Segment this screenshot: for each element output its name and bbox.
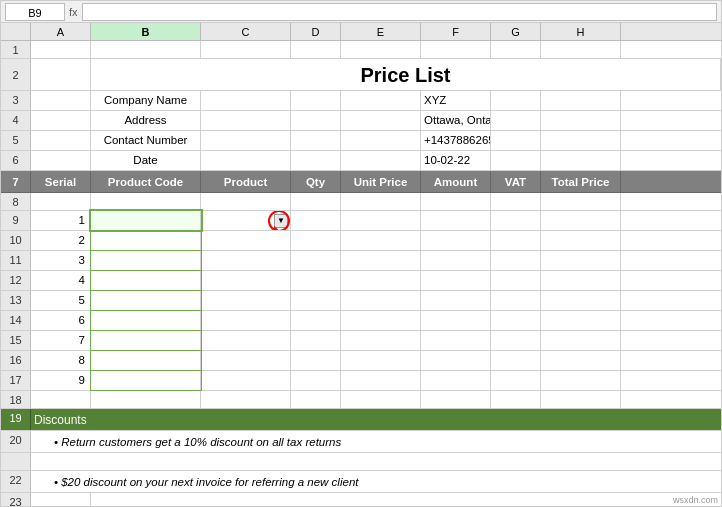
- dropdown-button[interactable]: ▼: [274, 214, 288, 228]
- cell-c18[interactable]: [201, 391, 291, 408]
- cell-h10[interactable]: [541, 231, 621, 250]
- cell-b9-product-code[interactable]: [91, 211, 201, 230]
- col-header-c[interactable]: C: [201, 23, 291, 40]
- cell-g15[interactable]: [491, 331, 541, 350]
- cell-d17[interactable]: [291, 371, 341, 390]
- cell-d8[interactable]: [291, 193, 341, 210]
- cell-c9-product[interactable]: ▼: [201, 211, 291, 230]
- cell-c5[interactable]: [201, 131, 291, 150]
- cell-e10[interactable]: [341, 231, 421, 250]
- cell-c1[interactable]: [201, 41, 291, 58]
- cell-d9[interactable]: [291, 211, 341, 230]
- cell-f1[interactable]: [421, 41, 491, 58]
- cell-g14[interactable]: [491, 311, 541, 330]
- cell-h8[interactable]: [541, 193, 621, 210]
- cell-g18[interactable]: [491, 391, 541, 408]
- cell-a17-serial[interactable]: 9: [31, 371, 91, 390]
- cell-b13[interactable]: [91, 291, 201, 310]
- cell-h17[interactable]: [541, 371, 621, 390]
- cell-f10[interactable]: [421, 231, 491, 250]
- cell-a2[interactable]: [31, 59, 91, 90]
- cell-b12[interactable]: [91, 271, 201, 290]
- col-header-b[interactable]: B: [91, 23, 201, 40]
- cell-e9[interactable]: [341, 211, 421, 230]
- cell-g5[interactable]: [491, 131, 541, 150]
- cell-e3[interactable]: [341, 91, 421, 110]
- cell-e6[interactable]: [341, 151, 421, 170]
- cell-h3[interactable]: [541, 91, 621, 110]
- formula-input[interactable]: [82, 3, 717, 21]
- cell-f14[interactable]: [421, 311, 491, 330]
- cell-f13[interactable]: [421, 291, 491, 310]
- cell-g17[interactable]: [491, 371, 541, 390]
- cell-a16-serial[interactable]: 8: [31, 351, 91, 370]
- cell-b10[interactable]: [91, 231, 201, 250]
- cell-c10[interactable]: [201, 231, 291, 250]
- cell-d12[interactable]: [291, 271, 341, 290]
- cell-e17[interactable]: [341, 371, 421, 390]
- col-header-f[interactable]: F: [421, 23, 491, 40]
- cell-a15-serial[interactable]: 7: [31, 331, 91, 350]
- cell-h12[interactable]: [541, 271, 621, 290]
- cell-f8[interactable]: [421, 193, 491, 210]
- cell-f11[interactable]: [421, 251, 491, 270]
- cell-c16[interactable]: [201, 351, 291, 370]
- cell-e18[interactable]: [341, 391, 421, 408]
- cell-d11[interactable]: [291, 251, 341, 270]
- cell-e16[interactable]: [341, 351, 421, 370]
- cell-e1[interactable]: [341, 41, 421, 58]
- cell-b15[interactable]: [91, 331, 201, 350]
- cell-c13[interactable]: [201, 291, 291, 310]
- cell-c6[interactable]: [201, 151, 291, 170]
- col-header-d[interactable]: D: [291, 23, 341, 40]
- cell-c3[interactable]: [201, 91, 291, 110]
- cell-b16[interactable]: [91, 351, 201, 370]
- cell-g12[interactable]: [491, 271, 541, 290]
- cell-e14[interactable]: [341, 311, 421, 330]
- cell-e13[interactable]: [341, 291, 421, 310]
- cell-a4[interactable]: [31, 111, 91, 130]
- cell-c8[interactable]: [201, 193, 291, 210]
- cell-d6[interactable]: [291, 151, 341, 170]
- cell-g16[interactable]: [491, 351, 541, 370]
- cell-d3[interactable]: [291, 91, 341, 110]
- cell-g6[interactable]: [491, 151, 541, 170]
- cell-f12[interactable]: [421, 271, 491, 290]
- cell-a5[interactable]: [31, 131, 91, 150]
- cell-a10-serial[interactable]: 2: [31, 231, 91, 250]
- cell-a3[interactable]: [31, 91, 91, 110]
- cell-g1[interactable]: [491, 41, 541, 58]
- cell-c12[interactable]: [201, 271, 291, 290]
- cell-g3[interactable]: [491, 91, 541, 110]
- cell-d14[interactable]: [291, 311, 341, 330]
- cell-c15[interactable]: [201, 331, 291, 350]
- cell-e4[interactable]: [341, 111, 421, 130]
- cell-h13[interactable]: [541, 291, 621, 310]
- cell-g11[interactable]: [491, 251, 541, 270]
- cell-e11[interactable]: [341, 251, 421, 270]
- cell-g8[interactable]: [491, 193, 541, 210]
- cell-e15[interactable]: [341, 331, 421, 350]
- cell-h14[interactable]: [541, 311, 621, 330]
- col-header-e[interactable]: E: [341, 23, 421, 40]
- cell-a11-serial[interactable]: 3: [31, 251, 91, 270]
- cell-a8[interactable]: [31, 193, 91, 210]
- col-header-g[interactable]: G: [491, 23, 541, 40]
- cell-d10[interactable]: [291, 231, 341, 250]
- cell-d18[interactable]: [291, 391, 341, 408]
- cell-d16[interactable]: [291, 351, 341, 370]
- cell-d13[interactable]: [291, 291, 341, 310]
- cell-h11[interactable]: [541, 251, 621, 270]
- name-box[interactable]: B9: [5, 3, 65, 21]
- cell-g4[interactable]: [491, 111, 541, 130]
- cell-e8[interactable]: [341, 193, 421, 210]
- cell-h18[interactable]: [541, 391, 621, 408]
- cell-d1[interactable]: [291, 41, 341, 58]
- cell-f16[interactable]: [421, 351, 491, 370]
- cell-a18[interactable]: [31, 391, 91, 408]
- cell-h6[interactable]: [541, 151, 621, 170]
- cell-f17[interactable]: [421, 371, 491, 390]
- cell-a12-serial[interactable]: 4: [31, 271, 91, 290]
- cell-b14[interactable]: [91, 311, 201, 330]
- cell-h16[interactable]: [541, 351, 621, 370]
